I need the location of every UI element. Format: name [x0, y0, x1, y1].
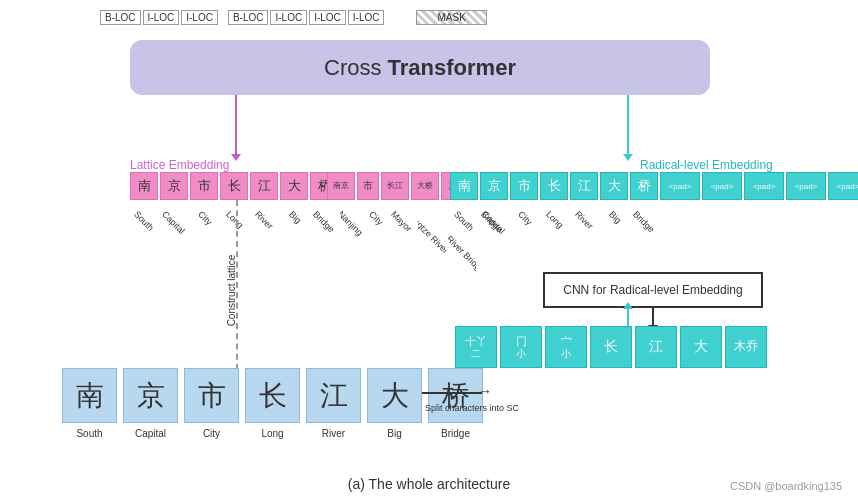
- cross-transformer-text: Cross Transformer: [324, 55, 516, 81]
- rad-cell-3: 长: [590, 326, 632, 368]
- radical-pad-2: <pad>: [744, 172, 784, 200]
- lattice-cell-5: 大: [280, 172, 308, 200]
- ner-labels: B-LOC I-LOC I-LOC B-LOC I-LOC I-LOC I-LO…: [100, 10, 487, 25]
- lattice-extra-3: 大桥: [411, 172, 439, 200]
- radical-cell-3: 长: [540, 172, 568, 200]
- arrow-radical-up-head: [623, 302, 633, 309]
- radical-embedding-row: 南 京 市 长 江 大 桥 <pad> <pad> <pad> <pad> <p…: [450, 172, 858, 200]
- bottom-char-0: 南: [62, 368, 117, 423]
- rad-cell-4: 江: [635, 326, 677, 368]
- lattice-extra-row: 南京 市 长江 大桥 桥: [327, 172, 469, 200]
- radical-cell-4: 江: [570, 172, 598, 200]
- arrow-radical-up: [627, 308, 629, 326]
- split-arrow-line: →: [422, 392, 482, 394]
- bottom-char-5: 大: [367, 368, 422, 423]
- ner-label-3: I-LOC: [181, 10, 218, 25]
- bottom-char-3: 长: [245, 368, 300, 423]
- radical-cell-0: 南: [450, 172, 478, 200]
- radical-cell-6: 桥: [630, 172, 658, 200]
- rot-label-south: South: [130, 209, 156, 272]
- bottom-label-5: Big: [367, 428, 422, 439]
- watermark: CSDN @boardking135: [730, 480, 842, 492]
- rot-label-city: City: [190, 209, 214, 269]
- bottom-char-1: 京: [123, 368, 178, 423]
- bottom-label-4: River: [306, 428, 361, 439]
- dashed-line: [236, 200, 238, 370]
- page-title: (a) The whole architecture: [348, 476, 510, 492]
- arrow-ct-to-radical: [627, 95, 629, 155]
- lattice-cell-2: 市: [190, 172, 218, 200]
- ner-label-4: B-LOC: [228, 10, 269, 25]
- radical-cell-5: 大: [600, 172, 628, 200]
- lattice-cell-3: 长: [220, 172, 248, 200]
- rad-cell-5: 大: [680, 326, 722, 368]
- rot-label-river: River: [250, 209, 275, 272]
- radical-pad-4: <pad>: [828, 172, 858, 200]
- lattice-extra-1: 市: [357, 172, 379, 200]
- rot-label-mayor: Mayor: [388, 209, 414, 272]
- lattice-embedding-row: 南 京 市 长 江 大 桥: [130, 172, 338, 200]
- split-arrow-container: →: [422, 392, 482, 394]
- rot-label-big: Big: [280, 209, 304, 268]
- bottom-char-2: 市: [184, 368, 239, 423]
- ner-label-1: B-LOC: [100, 10, 141, 25]
- bottom-chinese-row: 南 京 市 长 江 大 桥: [62, 368, 483, 423]
- rot-label-capital: Capital: [160, 209, 187, 272]
- ner-label-2: I-LOC: [143, 10, 180, 25]
- radical-cell-1: 京: [480, 172, 508, 200]
- radical-decomp-row: 十丫二 冂小 宀小 长 江 大 木乔: [455, 326, 767, 368]
- lattice-cell-4: 江: [250, 172, 278, 200]
- rot-label-bridge: Bridge: [310, 209, 336, 272]
- radical-embedding-label: Radical-level Embedding: [640, 158, 773, 172]
- radical-pad-3: <pad>: [786, 172, 826, 200]
- lattice-extra-2: 长江: [381, 172, 409, 200]
- bottom-char-4: 江: [306, 368, 361, 423]
- arrow-ct-to-lattice: [235, 95, 237, 155]
- radical-pad-1: <pad>: [702, 172, 742, 200]
- lattice-extra-0: 南京: [327, 172, 355, 200]
- lattice-cell-0: 南: [130, 172, 158, 200]
- ner-label-5: I-LOC: [270, 10, 307, 25]
- ner-label-6: I-LOC: [309, 10, 346, 25]
- lattice-embedding-label: Lattice Embedding: [130, 158, 229, 172]
- ner-label-7: I-LOC: [348, 10, 385, 25]
- cnn-box-text: CNN for Radical-level Embedding: [563, 283, 742, 297]
- radical-cell-2: 市: [510, 172, 538, 200]
- rot-label-city2: City: [364, 209, 385, 269]
- bottom-chinese-labels: South Capital City Long River Big Bridge: [62, 428, 483, 439]
- bottom-label-6: Bridge: [428, 428, 483, 439]
- cnn-box: CNN for Radical-level Embedding: [543, 272, 763, 308]
- cnn-arrow-down: [652, 308, 654, 326]
- radical-rot-labels: South Capital City Long River Big Bridge: [450, 202, 658, 262]
- mask-label: MASK: [416, 10, 486, 25]
- bottom-label-0: South: [62, 428, 117, 439]
- rad-cell-2: 宀小: [545, 326, 587, 368]
- rad-cell-0: 十丫二: [455, 326, 497, 368]
- bottom-label-2: City: [184, 428, 239, 439]
- rad-cell-6: 木乔: [725, 326, 767, 368]
- cross-transformer-box: Cross Transformer: [130, 40, 710, 95]
- split-text: Split characters into SC: [425, 397, 519, 415]
- radical-pad-0: <pad>: [660, 172, 700, 200]
- lattice-cell-1: 京: [160, 172, 188, 200]
- bottom-label-3: Long: [245, 428, 300, 439]
- rad-cell-1: 冂小: [500, 326, 542, 368]
- rot-label-nanjing: Nanjing: [340, 209, 362, 272]
- rot-label-yangtze-river: Yangtze River: [418, 209, 446, 272]
- bottom-label-1: Capital: [123, 428, 178, 439]
